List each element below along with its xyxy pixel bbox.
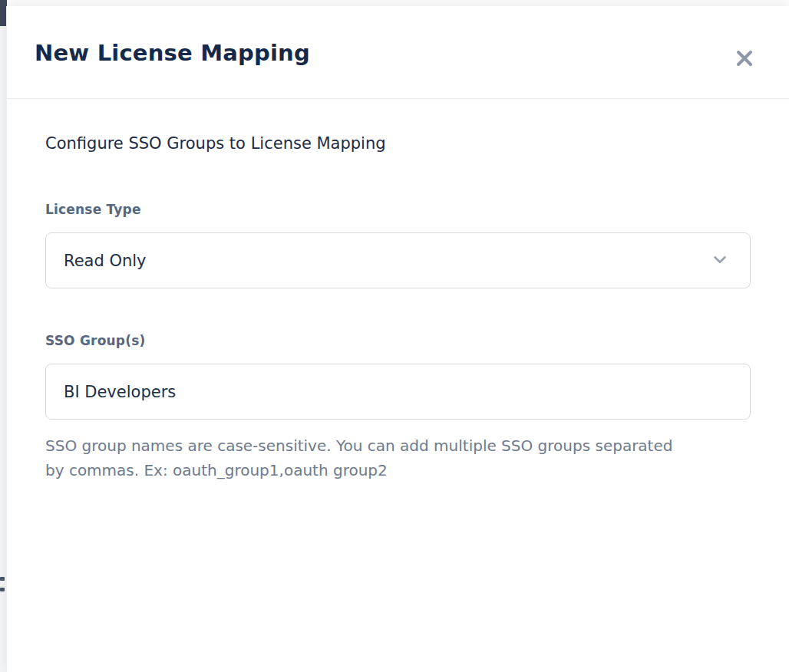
sso-groups-label: SSO Group(s) (45, 333, 751, 348)
close-button[interactable] (731, 44, 758, 72)
sso-groups-input[interactable] (45, 364, 751, 420)
modal-body: Configure SSO Groups to License Mapping … (7, 99, 789, 672)
modal-header: New License Mapping (7, 6, 789, 99)
license-type-select[interactable]: Read Only (45, 232, 751, 288)
license-type-selected-value: Read Only (64, 252, 147, 270)
menu-icon (0, 577, 5, 608)
page: New License Mapping Configure SSO Groups… (0, 0, 789, 672)
modal-subtitle: Configure SSO Groups to License Mapping (45, 134, 751, 153)
new-license-mapping-modal: New License Mapping Configure SSO Groups… (6, 6, 789, 672)
sso-groups-help-text: SSO group names are case-sensitive. You … (45, 433, 694, 483)
x-icon (735, 48, 754, 68)
license-type-label: License Type (45, 202, 751, 217)
chevron-down-icon (710, 249, 730, 272)
modal-title: New License Mapping (35, 40, 755, 66)
